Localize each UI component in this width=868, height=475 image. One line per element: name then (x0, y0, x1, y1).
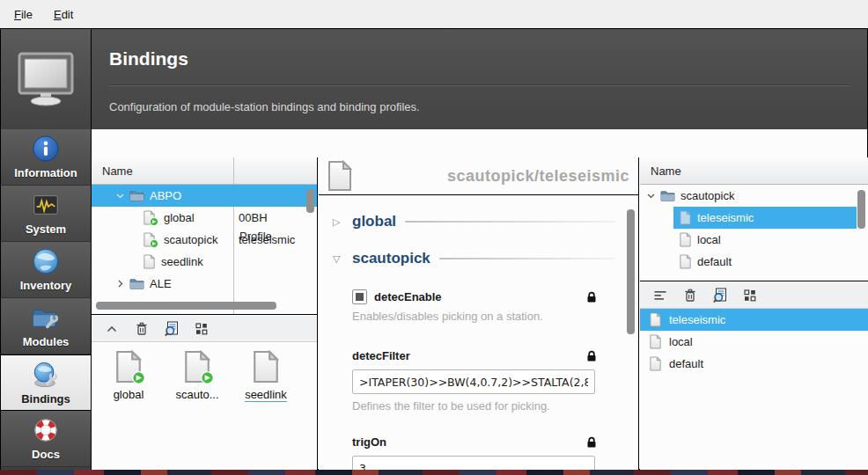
tree-row-teleseismic[interactable]: teleseismic (640, 207, 868, 229)
param-detecEnable: detecEnable Enables/disables picking on … (352, 289, 597, 323)
tree-row-scautopick[interactable]: scautopick (640, 185, 868, 207)
sidebar-item-information[interactable]: Information (1, 129, 91, 186)
lock-icon[interactable] (586, 291, 597, 303)
detecEnable-checkbox[interactable] (352, 289, 367, 304)
sidebar-label: Modules (23, 335, 70, 348)
profile-name: teleseismic (697, 211, 754, 224)
preview-icon (712, 288, 728, 303)
delete-button[interactable] (134, 321, 150, 337)
page-title: Bindings (109, 29, 850, 85)
desktop-background-strip (0, 470, 868, 475)
list-item-default[interactable]: default (640, 353, 868, 375)
section-global[interactable]: ▷ global (333, 210, 639, 233)
profiles-tree: Name scautopick teleseismic local (640, 157, 868, 281)
profile-name: default (697, 255, 732, 268)
menu-file[interactable]: File (5, 4, 41, 26)
column-header-name[interactable]: Name (640, 164, 681, 178)
lock-icon[interactable] (586, 350, 597, 362)
file-item-seedlink[interactable]: seedlink (238, 349, 294, 402)
tree-row-local[interactable]: local (640, 229, 868, 251)
sidebar-item-inventory[interactable]: Inventory (1, 242, 91, 298)
section-scautopick[interactable]: ▽ scautopick (333, 247, 639, 270)
list-item-teleseismic[interactable]: teleseismic (640, 309, 868, 331)
param-description: Enables/disables picking on a station. (352, 310, 597, 323)
table-row-abpo[interactable]: ABPO (92, 185, 317, 207)
bindings-icon-view: global scauto... seedlink (92, 316, 317, 475)
vertical-scrollbar[interactable] (627, 209, 635, 334)
lock-icon[interactable] (586, 436, 597, 449)
file-label: seedlink (245, 388, 287, 402)
binding-profile: teleseismic (239, 233, 295, 246)
param-label: detecEnable (374, 290, 442, 303)
link-badge-icon (201, 371, 214, 384)
table-row-scautopick[interactable]: scautopick teleseismic (92, 229, 317, 251)
parameter-list: detecEnable Enables/disables picking on … (352, 289, 597, 475)
folder-wrench-icon (31, 303, 61, 332)
editor-body: ▷ global ▽ scautopick detecEnable (319, 196, 639, 475)
banner-main: Bindings Configuration of module-station… (92, 29, 867, 129)
file-item-global[interactable]: global (100, 349, 157, 402)
link-badge-icon (150, 239, 158, 248)
tree-row-default[interactable]: default (640, 251, 868, 273)
triangle-down-icon[interactable]: ▽ (333, 253, 343, 265)
view-mode-button[interactable] (742, 288, 758, 303)
document-icon (326, 159, 354, 193)
chevron-right-icon[interactable] (116, 280, 124, 288)
file-icon (679, 254, 692, 269)
profiles-toolbar (640, 282, 868, 309)
preview-button[interactable] (164, 321, 180, 337)
app-logo-box (1, 29, 92, 129)
link-badge-icon (132, 371, 145, 384)
sidebar-item-system[interactable]: System (1, 186, 91, 242)
file-item-scautopick[interactable]: scauto... (169, 349, 225, 402)
preview-button[interactable] (712, 288, 728, 303)
profile-name: default (669, 357, 703, 370)
chevron-down-icon[interactable] (647, 192, 655, 200)
section-rule (439, 258, 616, 259)
stations-tree: Name Profile ABPO global 00BH (92, 157, 317, 315)
stations-toolbar (92, 316, 317, 342)
vertical-scrollbar[interactable] (857, 190, 865, 229)
triangle-right-icon[interactable]: ▷ (333, 216, 343, 228)
profiles-tree-header: Name (640, 157, 868, 185)
trash-icon (683, 289, 697, 303)
sidebar-item-docs[interactable]: Docs (1, 411, 91, 467)
table-row-seedlink[interactable]: seedlink (92, 251, 317, 273)
scconfig-window: File Edit Bindings Configuration of modu… (0, 0, 868, 475)
list-item-local[interactable]: local (640, 331, 868, 353)
binding-editor-panel: scautopick/teleseismic ▷ global ▽ scauto… (319, 157, 639, 475)
vertical-scrollbar[interactable] (306, 189, 314, 213)
table-row-global[interactable]: global 00BH (92, 207, 317, 229)
horizontal-scrollbar[interactable] (96, 302, 276, 310)
file-icon (649, 334, 662, 349)
sidebar-label: System (26, 223, 66, 236)
table-row-ale[interactable]: ALE (92, 273, 317, 295)
collapse-all-button[interactable] (104, 321, 120, 337)
binding-profile: 00BH (239, 211, 268, 224)
sidebar-item-bindings[interactable]: Bindings (1, 354, 91, 411)
file-icon (143, 254, 156, 269)
delete-button[interactable] (682, 288, 698, 303)
column-header-name[interactable]: Name (92, 164, 133, 178)
binding-name: seedlink (161, 255, 203, 268)
chevron-down-icon[interactable] (116, 192, 124, 200)
editor-header: scautopick/teleseismic (319, 157, 638, 195)
section-title: global (352, 213, 396, 230)
binding-name: global (164, 211, 195, 224)
add-profile-button[interactable] (652, 288, 668, 303)
profile-group-name: scautopick (680, 189, 734, 202)
binding-name: scautopick (164, 233, 217, 246)
main-window: Bindings Configuration of module-station… (0, 28, 868, 470)
mode-sidebar: Information System Inventory (1, 129, 92, 471)
profiles-list-section: teleseismic local default (640, 282, 868, 475)
globe-icon (32, 247, 60, 275)
menu-bar: File Edit (0, 0, 868, 28)
stations-tree-header: Name Profile (92, 157, 317, 185)
detecFilter-input[interactable] (352, 369, 595, 394)
sidebar-item-modules[interactable]: Modules (1, 298, 91, 354)
view-mode-button[interactable] (194, 321, 210, 337)
section-title: scautopick (352, 250, 430, 267)
menu-edit[interactable]: Edit (45, 4, 82, 26)
sidebar-label: Bindings (21, 392, 70, 406)
file-icon (251, 349, 281, 384)
